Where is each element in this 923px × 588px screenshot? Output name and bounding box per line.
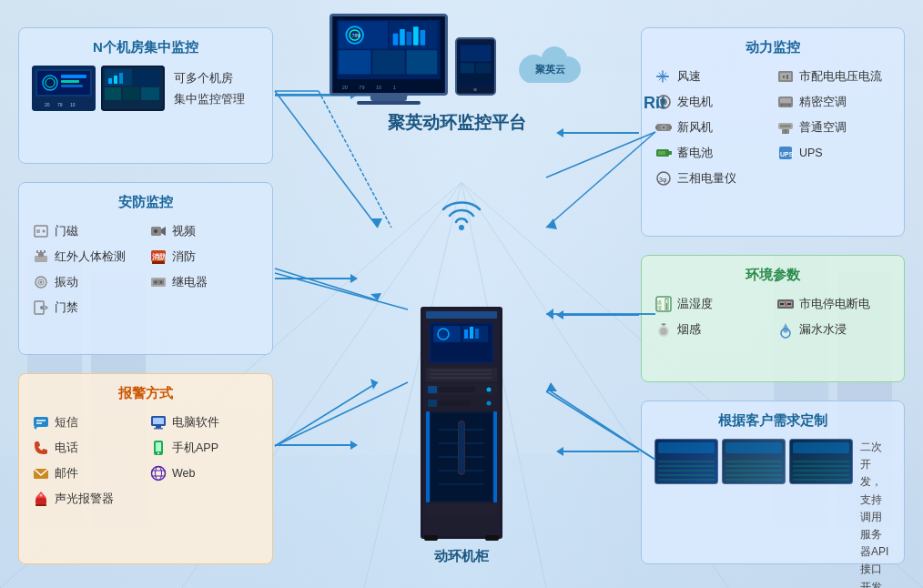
svg-text:20: 20 bbox=[45, 102, 50, 107]
svg-rect-120 bbox=[428, 386, 437, 393]
svg-point-126 bbox=[487, 401, 492, 406]
n-monitor-text: 可多个机房 集中监控管理 bbox=[174, 67, 245, 110]
svg-rect-87 bbox=[400, 29, 405, 46]
svg-marker-59 bbox=[34, 427, 37, 430]
relay-icon bbox=[149, 273, 167, 291]
svg-text:78%: 78% bbox=[351, 34, 360, 38]
svg-rect-125 bbox=[439, 400, 471, 406]
email-icon bbox=[32, 464, 50, 482]
custom-content: 二次开发，支持调用服务器API接口开发或私有部署平台。 bbox=[654, 439, 891, 588]
threephase-icon: 3φ bbox=[654, 169, 673, 188]
svg-text:3φ: 3φ bbox=[659, 177, 667, 184]
env-items: 温湿 温湿度 市电停电断电 烟感 漏水水浸 bbox=[654, 293, 891, 340]
svg-rect-112 bbox=[464, 329, 468, 339]
svg-text:消防: 消防 bbox=[152, 252, 167, 261]
svg-rect-62 bbox=[156, 426, 161, 428]
server-thumb-2 bbox=[101, 66, 165, 111]
alarm-phone: 电话 bbox=[32, 437, 142, 459]
svg-point-69 bbox=[156, 467, 162, 481]
power-items: 风速 市配电电压电流 发电机 精密空调 bbox=[654, 66, 891, 189]
fire-icon: 消防 bbox=[149, 248, 167, 266]
n-monitor-title: N个机房集中监控 bbox=[32, 39, 259, 56]
alarm-title: 报警方式 bbox=[32, 385, 259, 402]
svg-point-206 bbox=[660, 328, 667, 335]
svg-point-52 bbox=[155, 281, 157, 284]
svg-rect-19 bbox=[61, 85, 83, 87]
n-monitor-content: 20 79 10 bbox=[32, 66, 259, 111]
svg-rect-137 bbox=[459, 422, 464, 473]
platform-title: 聚英动环监控平台 bbox=[388, 111, 526, 135]
svg-point-55 bbox=[40, 306, 44, 309]
conn-env bbox=[562, 314, 639, 316]
security-items: 门磁 视频 红外人体检测 消防 消防 bbox=[32, 220, 259, 319]
infrared-icon bbox=[32, 248, 50, 266]
svg-text:20: 20 bbox=[341, 85, 347, 90]
power-generator: 发电机 bbox=[654, 91, 769, 113]
security-item-relay: 继电器 bbox=[149, 271, 259, 293]
custom-desc: 二次开发，支持调用服务器API接口开发或私有部署平台。 bbox=[860, 439, 891, 588]
svg-text:聚英云: 聚英云 bbox=[535, 64, 565, 75]
power-common-ac: 普通空调 bbox=[776, 117, 891, 138]
conn-alarm bbox=[275, 444, 352, 446]
svg-rect-106 bbox=[426, 311, 497, 319]
arrow-head-2 bbox=[350, 274, 358, 283]
svg-point-68 bbox=[152, 467, 166, 481]
svg-point-75 bbox=[40, 494, 43, 497]
server-thumb-1: 20 79 10 bbox=[32, 66, 96, 111]
svg-rect-29 bbox=[141, 87, 159, 100]
svg-rect-129 bbox=[493, 411, 497, 502]
svg-rect-139 bbox=[426, 519, 497, 530]
svg-rect-74 bbox=[36, 504, 46, 506]
monitor-screen: 78% 20 79 10 1 bbox=[332, 16, 445, 93]
svg-rect-72 bbox=[36, 498, 46, 504]
alarm-app: 手机APP bbox=[149, 437, 259, 459]
app-icon bbox=[149, 439, 167, 457]
common-ac-icon bbox=[776, 118, 795, 137]
svg-text:湿: 湿 bbox=[657, 305, 662, 310]
env-smoke: 烟感 bbox=[654, 319, 769, 340]
svg-point-101 bbox=[473, 88, 477, 92]
screenshot-2 bbox=[722, 439, 786, 484]
n-monitor-panel: N个机房集中监控 20 79 bbox=[18, 27, 273, 164]
arrow-head-6 bbox=[556, 447, 563, 456]
conn-security bbox=[275, 278, 352, 279]
svg-rect-32 bbox=[119, 73, 123, 84]
svg-rect-199 bbox=[666, 303, 667, 309]
env-panel: 环境参数 温湿 温湿度 市电停电断电 烟感 bbox=[641, 255, 905, 382]
arrow-head-3 bbox=[350, 441, 358, 450]
svg-rect-34 bbox=[36, 229, 40, 233]
svg-rect-18 bbox=[61, 80, 79, 83]
power-battery: 蓄电池 bbox=[654, 142, 769, 164]
alarm-siren: 声光报警器 bbox=[32, 488, 142, 510]
svg-rect-190 bbox=[669, 151, 672, 155]
power-outage-icon bbox=[776, 295, 795, 313]
ups-icon: UPS bbox=[776, 144, 795, 162]
svg-text:10: 10 bbox=[70, 102, 76, 107]
svg-rect-138 bbox=[426, 505, 497, 516]
monitor-base bbox=[357, 101, 421, 105]
security-item-access: 门禁 bbox=[32, 297, 142, 319]
svg-rect-82 bbox=[406, 50, 437, 74]
wind-icon bbox=[654, 67, 673, 86]
svg-rect-175 bbox=[780, 98, 791, 103]
alarm-items: 短信 电脑软件 电话 手机APP bbox=[32, 411, 259, 510]
precision-ac-icon bbox=[776, 93, 795, 111]
svg-rect-63 bbox=[154, 428, 163, 430]
svg-rect-89 bbox=[413, 26, 419, 46]
security-panel: 安防监控 门磁 视频 红外人体检测 bbox=[18, 182, 273, 355]
server-thumbnails: 20 79 10 bbox=[32, 66, 165, 111]
rit-label: Rit bbox=[644, 94, 665, 113]
svg-rect-100 bbox=[460, 75, 491, 83]
monitor-device: 78% 20 79 10 1 bbox=[330, 14, 448, 105]
svg-point-103 bbox=[459, 225, 464, 230]
wifi-symbol bbox=[439, 196, 484, 236]
svg-rect-41 bbox=[36, 250, 38, 253]
pc-icon bbox=[149, 413, 167, 431]
env-water-leak: 漏水水浸 bbox=[776, 319, 891, 340]
env-temp-humidity: 温湿 温湿度 bbox=[654, 293, 769, 315]
power-precision-ac: 精密空调 bbox=[776, 91, 891, 113]
svg-rect-124 bbox=[428, 400, 437, 407]
svg-rect-114 bbox=[475, 329, 479, 339]
svg-rect-27 bbox=[105, 87, 121, 100]
svg-rect-113 bbox=[470, 327, 473, 339]
